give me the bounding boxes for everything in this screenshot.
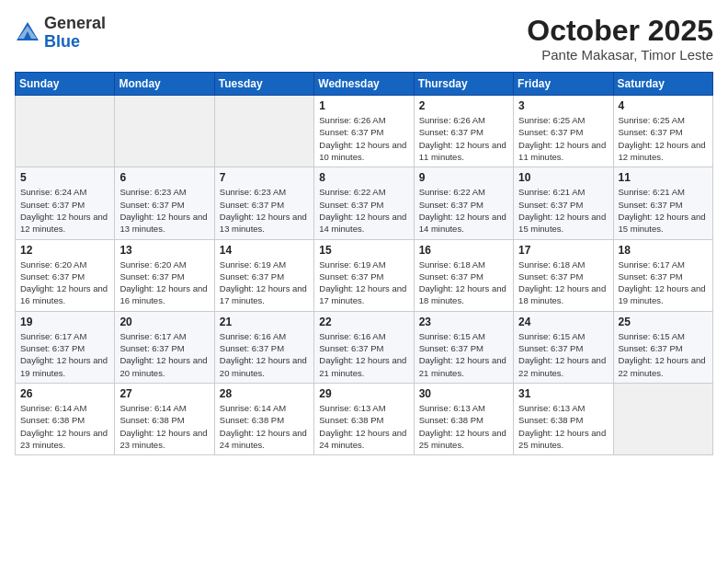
day-info: Sunrise: 6:17 AM Sunset: 6:37 PM Dayligh… <box>619 259 708 307</box>
day-number: 13 <box>119 244 209 257</box>
weekday-header: Monday <box>115 73 214 96</box>
weekday-header: Wednesday <box>314 73 414 96</box>
day-number: 18 <box>619 244 708 257</box>
day-info: Sunrise: 6:26 AM Sunset: 6:37 PM Dayligh… <box>419 114 508 163</box>
day-number: 16 <box>419 244 508 257</box>
day-info: Sunrise: 6:18 AM Sunset: 6:37 PM Dayligh… <box>518 259 608 307</box>
calendar-cell: 11Sunrise: 6:21 AM Sunset: 6:37 PM Dayli… <box>613 167 712 239</box>
day-number: 4 <box>619 99 708 112</box>
calendar-cell: 29Sunrise: 6:13 AM Sunset: 6:38 PM Dayli… <box>314 383 414 454</box>
day-number: 6 <box>119 171 209 184</box>
day-number: 1 <box>319 99 408 112</box>
calendar-week-row: 26Sunrise: 6:14 AM Sunset: 6:38 PM Dayli… <box>16 383 713 454</box>
day-info: Sunrise: 6:16 AM Sunset: 6:37 PM Dayligh… <box>220 330 309 379</box>
calendar-cell: 28Sunrise: 6:14 AM Sunset: 6:38 PM Dayli… <box>214 383 313 454</box>
day-number: 17 <box>518 244 608 257</box>
calendar-cell: 1Sunrise: 6:26 AM Sunset: 6:37 PM Daylig… <box>314 96 414 167</box>
calendar-cell: 7Sunrise: 6:23 AM Sunset: 6:37 PM Daylig… <box>214 167 313 239</box>
calendar-cell: 4Sunrise: 6:25 AM Sunset: 6:37 PM Daylig… <box>613 96 712 167</box>
day-number: 2 <box>419 99 508 112</box>
day-number: 29 <box>319 387 408 400</box>
day-number: 10 <box>518 171 608 184</box>
day-info: Sunrise: 6:22 AM Sunset: 6:37 PM Dayligh… <box>419 186 508 235</box>
page-header: General Blue October 2025 Pante Makasar,… <box>15 15 713 63</box>
calendar-week-row: 19Sunrise: 6:17 AM Sunset: 6:37 PM Dayli… <box>16 311 713 383</box>
calendar-cell: 13Sunrise: 6:20 AM Sunset: 6:37 PM Dayli… <box>115 239 214 311</box>
day-info: Sunrise: 6:14 AM Sunset: 6:38 PM Dayligh… <box>20 402 109 451</box>
calendar-cell: 14Sunrise: 6:19 AM Sunset: 6:37 PM Dayli… <box>214 239 313 311</box>
calendar-cell: 27Sunrise: 6:14 AM Sunset: 6:38 PM Dayli… <box>115 383 214 454</box>
calendar-week-row: 12Sunrise: 6:20 AM Sunset: 6:37 PM Dayli… <box>16 239 713 311</box>
calendar-cell: 3Sunrise: 6:25 AM Sunset: 6:37 PM Daylig… <box>514 96 613 167</box>
calendar-cell: 30Sunrise: 6:13 AM Sunset: 6:38 PM Dayli… <box>414 383 513 454</box>
day-number: 15 <box>319 244 408 257</box>
day-info: Sunrise: 6:18 AM Sunset: 6:37 PM Dayligh… <box>419 259 508 307</box>
day-info: Sunrise: 6:13 AM Sunset: 6:38 PM Dayligh… <box>518 402 608 451</box>
day-info: Sunrise: 6:21 AM Sunset: 6:37 PM Dayligh… <box>518 186 608 235</box>
day-info: Sunrise: 6:26 AM Sunset: 6:37 PM Dayligh… <box>319 114 408 163</box>
logo-icon <box>15 20 40 46</box>
day-number: 22 <box>319 316 408 328</box>
calendar-cell: 10Sunrise: 6:21 AM Sunset: 6:37 PM Dayli… <box>514 167 613 239</box>
calendar-cell: 23Sunrise: 6:15 AM Sunset: 6:37 PM Dayli… <box>414 311 513 383</box>
calendar-cell: 24Sunrise: 6:15 AM Sunset: 6:37 PM Dayli… <box>514 311 613 383</box>
calendar-cell: 20Sunrise: 6:17 AM Sunset: 6:37 PM Dayli… <box>115 311 214 383</box>
day-number: 19 <box>20 316 109 328</box>
weekday-header: Tuesday <box>214 73 313 96</box>
location-text: Pante Makasar, Timor Leste <box>527 47 713 63</box>
weekday-header: Friday <box>514 73 613 96</box>
day-number: 30 <box>419 387 508 400</box>
day-info: Sunrise: 6:20 AM Sunset: 6:37 PM Dayligh… <box>20 259 109 307</box>
calendar-cell: 22Sunrise: 6:16 AM Sunset: 6:37 PM Dayli… <box>314 311 414 383</box>
day-info: Sunrise: 6:15 AM Sunset: 6:37 PM Dayligh… <box>419 330 508 379</box>
calendar-cell: 26Sunrise: 6:14 AM Sunset: 6:38 PM Dayli… <box>16 383 115 454</box>
day-info: Sunrise: 6:13 AM Sunset: 6:38 PM Dayligh… <box>419 402 508 451</box>
title-block: October 2025 Pante Makasar, Timor Leste <box>527 15 713 63</box>
logo-general-text: General <box>44 14 106 32</box>
month-title: October 2025 <box>527 15 713 47</box>
day-number: 20 <box>119 316 209 328</box>
day-number: 8 <box>319 171 408 184</box>
day-info: Sunrise: 6:15 AM Sunset: 6:37 PM Dayligh… <box>619 330 708 379</box>
calendar-cell <box>613 383 712 454</box>
calendar-cell: 12Sunrise: 6:20 AM Sunset: 6:37 PM Dayli… <box>16 239 115 311</box>
day-info: Sunrise: 6:21 AM Sunset: 6:37 PM Dayligh… <box>619 186 708 235</box>
calendar-week-row: 5Sunrise: 6:24 AM Sunset: 6:37 PM Daylig… <box>16 167 713 239</box>
logo-blue-text: Blue <box>44 32 80 51</box>
day-number: 31 <box>518 387 608 400</box>
calendar-cell <box>115 96 214 167</box>
day-info: Sunrise: 6:19 AM Sunset: 6:37 PM Dayligh… <box>220 259 309 307</box>
calendar-cell: 18Sunrise: 6:17 AM Sunset: 6:37 PM Dayli… <box>613 239 712 311</box>
calendar-cell: 9Sunrise: 6:22 AM Sunset: 6:37 PM Daylig… <box>414 167 513 239</box>
calendar-cell: 6Sunrise: 6:23 AM Sunset: 6:37 PM Daylig… <box>115 167 214 239</box>
calendar-cell: 5Sunrise: 6:24 AM Sunset: 6:37 PM Daylig… <box>16 167 115 239</box>
day-number: 5 <box>20 171 109 184</box>
day-number: 7 <box>220 171 309 184</box>
day-info: Sunrise: 6:20 AM Sunset: 6:37 PM Dayligh… <box>119 259 209 307</box>
weekday-header: Thursday <box>414 73 513 96</box>
day-info: Sunrise: 6:24 AM Sunset: 6:37 PM Dayligh… <box>20 186 109 235</box>
calendar-table: SundayMondayTuesdayWednesdayThursdayFrid… <box>15 72 713 455</box>
weekday-header: Saturday <box>613 73 712 96</box>
day-info: Sunrise: 6:14 AM Sunset: 6:38 PM Dayligh… <box>220 402 309 451</box>
day-info: Sunrise: 6:25 AM Sunset: 6:37 PM Dayligh… <box>619 114 708 163</box>
calendar-cell: 2Sunrise: 6:26 AM Sunset: 6:37 PM Daylig… <box>414 96 513 167</box>
day-number: 28 <box>220 387 309 400</box>
calendar-cell: 31Sunrise: 6:13 AM Sunset: 6:38 PM Dayli… <box>514 383 613 454</box>
day-number: 23 <box>419 316 508 328</box>
day-number: 14 <box>220 244 309 257</box>
day-info: Sunrise: 6:23 AM Sunset: 6:37 PM Dayligh… <box>220 186 309 235</box>
calendar-cell <box>214 96 313 167</box>
day-number: 11 <box>619 171 708 184</box>
day-number: 24 <box>518 316 608 328</box>
logo: General Blue <box>15 15 106 52</box>
day-info: Sunrise: 6:25 AM Sunset: 6:37 PM Dayligh… <box>518 114 608 163</box>
calendar-cell: 15Sunrise: 6:19 AM Sunset: 6:37 PM Dayli… <box>314 239 414 311</box>
day-info: Sunrise: 6:17 AM Sunset: 6:37 PM Dayligh… <box>20 330 109 379</box>
day-number: 9 <box>419 171 508 184</box>
day-number: 26 <box>20 387 109 400</box>
day-info: Sunrise: 6:14 AM Sunset: 6:38 PM Dayligh… <box>119 402 209 451</box>
calendar-cell: 8Sunrise: 6:22 AM Sunset: 6:37 PM Daylig… <box>314 167 414 239</box>
day-number: 25 <box>619 316 708 328</box>
day-number: 27 <box>119 387 209 400</box>
